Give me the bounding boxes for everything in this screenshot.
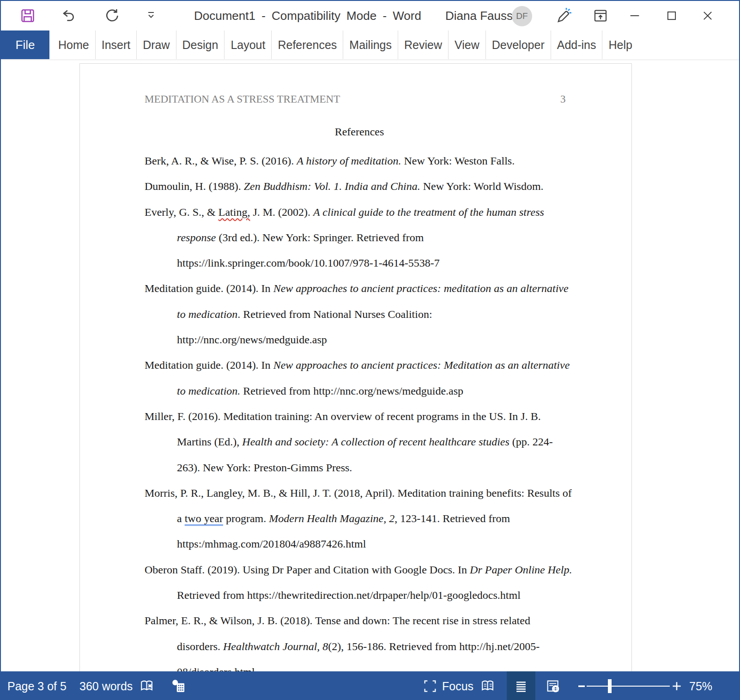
feedback-button[interactable] [555, 7, 572, 24]
customize-qat-button[interactable] [144, 7, 158, 24]
focus-frame-icon [422, 678, 438, 694]
feedback-pen-icon [555, 7, 572, 24]
zoom-slider-track[interactable] [587, 686, 670, 687]
reference-line: Meditation guide. (2014). In New approac… [145, 276, 607, 301]
tab-mailings[interactable]: Mailings [343, 30, 398, 59]
reference-line: Miller, F. (2016). Meditation training: … [145, 404, 607, 429]
ribbon-tab-row: File Home Insert Draw Design Layout Refe… [1, 30, 739, 59]
repeat-button[interactable] [103, 7, 120, 24]
reference-line: Dumoulin, H. (1988). Zen Buddhism: Vol. … [145, 174, 607, 199]
minimize-icon [628, 9, 641, 22]
undo-button[interactable] [60, 7, 77, 24]
macro-record-icon [171, 678, 187, 694]
word-window: Document1 - Compatibility Mode - Word Di… [0, 0, 740, 700]
proofing-errors-button[interactable] [140, 678, 155, 694]
zoom-out-icon [577, 682, 586, 691]
print-layout-button[interactable] [507, 671, 535, 700]
reference-line: response (3rd ed.). New York: Springer. … [145, 225, 607, 250]
ribbon-display-options-icon [593, 8, 608, 24]
word-count[interactable]: 360 words [79, 671, 133, 700]
zoom-in-icon [671, 680, 683, 692]
tab-draw[interactable]: Draw [136, 30, 176, 59]
undo-icon [61, 8, 76, 24]
close-icon [701, 9, 714, 22]
reference-line: Oberon Staff. (2019). Using Dr Paper and… [145, 557, 607, 583]
close-button[interactable] [693, 1, 722, 30]
maximize-icon [665, 9, 678, 22]
zoom-in-button[interactable] [669, 678, 685, 694]
tab-file[interactable]: File [1, 30, 49, 59]
document-page[interactable]: MEDITATION AS A STRESS TREATMENT 3 Refer… [79, 63, 632, 671]
reference-line: https:/mhmag.com/201804/a9887426.html [145, 531, 607, 557]
reference-line: Martins (Ed.), Health and society: A col… [145, 429, 607, 455]
reference-line: 08/disorders.html [145, 659, 607, 671]
save-button[interactable] [19, 7, 36, 24]
reference-line: http://nnc.org/news/medguide.asp [145, 327, 607, 353]
references-heading: References [145, 126, 574, 138]
macro-record-button[interactable] [171, 678, 187, 694]
status-bar: Page 3 of 5 360 words [1, 671, 740, 700]
print-layout-icon [513, 678, 529, 694]
tab-design[interactable]: Design [176, 30, 224, 59]
minimize-button[interactable] [620, 1, 649, 30]
tab-insert[interactable]: Insert [95, 30, 137, 59]
document-area: MEDITATION AS A STRESS TREATMENT 3 Refer… [1, 60, 739, 671]
focus-toggle[interactable]: Focus [442, 671, 473, 700]
references-list: Berk, A. R., & Wise, P. S. (2016). A his… [145, 148, 607, 671]
avatar[interactable]: DF [512, 6, 532, 26]
ribbon-display-options-button[interactable] [592, 7, 609, 24]
tab-add-ins[interactable]: Add-ins [551, 30, 602, 59]
reference-line: Morris, P. R., Langley, M. B., & Hill, J… [145, 481, 607, 506]
read-mode-button[interactable] [480, 678, 496, 694]
page-indicator[interactable]: Page 3 of 5 [7, 671, 67, 700]
reference-line: disorders. Healthwatch Journal, 8(2), 15… [145, 634, 607, 659]
reference-line: Everly, G. S., & Lating, J. M. (2002). A… [145, 200, 607, 225]
reference-line: Berk, A. R., & Wise, P. S. (2016). A his… [145, 148, 607, 174]
running-head: MEDITATION AS A STRESS TREATMENT [145, 93, 340, 105]
reference-line: Palmer, E. R., & Wilson, J. B. (2018). T… [145, 608, 607, 633]
reference-line: Meditation guide. (2014). In New approac… [145, 353, 607, 378]
customize-qat-chevron-icon [146, 10, 157, 21]
page-number: 3 [560, 93, 566, 105]
reference-line: Retrieved from https://thewritedirection… [145, 583, 607, 608]
tab-layout[interactable]: Layout [224, 30, 271, 59]
web-layout-button[interactable] [545, 678, 561, 694]
maximize-button[interactable] [657, 1, 686, 30]
tab-help[interactable]: Help [602, 30, 638, 59]
tab-home[interactable]: Home [52, 30, 95, 59]
repeat-icon [104, 8, 120, 24]
signed-in-user[interactable]: Diana Fauss [445, 1, 513, 30]
save-icon [20, 8, 36, 24]
web-layout-icon [545, 678, 561, 694]
reference-line: https://link.springer.com/book/10.1007/9… [145, 250, 607, 276]
zoom-level[interactable]: 75% [689, 671, 712, 700]
read-mode-icon [480, 678, 496, 694]
ribbon-tabs: Home Insert Draw Design Layout Reference… [52, 30, 638, 59]
proofing-errors-icon [140, 678, 155, 694]
tab-references[interactable]: References [271, 30, 343, 59]
tab-review[interactable]: Review [398, 30, 448, 59]
title-bar: Document1 - Compatibility Mode - Word Di… [1, 1, 739, 30]
reference-line: to medication. Retrieved from http://nnc… [145, 378, 607, 404]
tab-view[interactable]: View [448, 30, 485, 59]
reference-line: a two year program. Modern Health Magazi… [145, 506, 607, 531]
window-title: Document1 - Compatibility Mode - Word [194, 1, 421, 30]
tab-developer[interactable]: Developer [485, 30, 551, 59]
zoom-slider-handle[interactable] [608, 679, 612, 693]
reference-line: to medication. Retrieved from National N… [145, 302, 607, 327]
reference-line: 263). New York: Preston-Gimms Press. [145, 455, 607, 481]
